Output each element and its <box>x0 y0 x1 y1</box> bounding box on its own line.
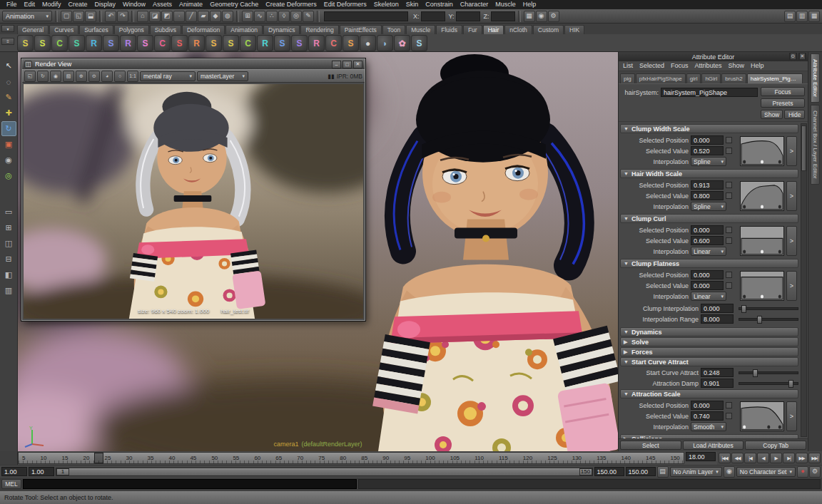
hair-shelf-tool-icon[interactable]: C <box>325 35 342 51</box>
menu-item[interactable]: Geometry Cache <box>206 0 262 9</box>
menu-item[interactable]: Edit <box>21 0 39 9</box>
select-face-mask-icon[interactable]: ▰ <box>198 11 209 22</box>
menu-item[interactable]: Character <box>457 0 492 9</box>
ae-node-tab[interactable]: hGirl <box>701 73 721 83</box>
interpolation-dropdown[interactable]: Linear ▾ <box>691 292 726 301</box>
save-scene-icon[interactable]: ⬓ <box>85 11 96 22</box>
pin-tab-icon[interactable]: ⊙ <box>789 53 797 60</box>
presets-button[interactable]: Presets <box>761 98 805 108</box>
selected-value-field[interactable]: 0.520 <box>691 146 724 155</box>
menu-item[interactable]: File <box>3 0 21 9</box>
toolbox-toggle-icon[interactable]: ▤ <box>784 11 796 22</box>
menu-set-dropdown[interactable]: Animation ▾ <box>2 11 52 21</box>
maximize-button[interactable]: □ <box>342 61 352 68</box>
ipr-render-icon[interactable]: ◉ <box>536 11 547 22</box>
anim-layer-menu-icon[interactable]: ▤ <box>657 466 669 478</box>
ae-menu-item[interactable]: Selected <box>639 61 664 71</box>
render-current-frame-icon[interactable]: ▦ <box>524 11 535 22</box>
hair-shelf-tool-icon[interactable]: S <box>17 35 34 51</box>
slider-handle[interactable] <box>757 316 762 324</box>
one-to-one-icon[interactable]: 1:1 <box>127 71 138 82</box>
snap-to-curve-icon[interactable]: ∿ <box>254 11 265 22</box>
display-alpha-icon[interactable]: ○ <box>114 71 126 82</box>
ae-bottom-button[interactable]: Copy Tab <box>745 441 806 450</box>
ae-menu-item[interactable]: List <box>623 61 633 71</box>
shelf-tab[interactable]: HIK <box>564 25 584 34</box>
minimize-button[interactable]: – <box>332 61 341 68</box>
ramp-map-button[interactable] <box>726 148 732 154</box>
menu-item[interactable]: Skeleton <box>370 0 402 9</box>
slider-handle[interactable] <box>788 380 793 388</box>
select-by-component-icon[interactable]: ◩ <box>161 11 173 22</box>
step-back-frame-button[interactable]: ◀◀ <box>731 453 744 463</box>
hair-shelf-tool-icon[interactable]: R <box>86 35 102 51</box>
interpolation-dropdown[interactable]: Smooth ▾ <box>691 422 726 431</box>
close-panel-icon[interactable]: ✕ <box>798 53 806 60</box>
mute-anim-layer-icon[interactable]: ◉ <box>724 466 735 478</box>
rotate-tool-icon[interactable]: ↻ <box>1 121 16 136</box>
selected-value-field[interactable]: 0.000 <box>691 281 724 290</box>
select-rendering-mask-icon[interactable]: ◍ <box>222 11 233 22</box>
range-start-field[interactable]: 1.00 <box>1 467 27 476</box>
ramp-map-button[interactable] <box>726 237 732 244</box>
redo-previous-render-icon[interactable]: ↻ <box>37 71 49 82</box>
section-header[interactable]: ▼ Hair Width Scale <box>620 169 798 178</box>
menu-item[interactable]: Help <box>519 0 540 9</box>
ae-menu-item[interactable]: Attributes <box>695 61 722 71</box>
interpolation-dropdown[interactable]: Spline ▾ <box>691 202 726 211</box>
section-header-start-curve-attract[interactable]: ▼ Start Curve Attract <box>620 357 798 366</box>
new-scene-icon[interactable]: ▢ <box>61 11 72 22</box>
ramp-expand-button[interactable]: > <box>786 136 797 166</box>
ramp-map-button[interactable] <box>726 413 732 419</box>
interpolation-dropdown[interactable]: Linear ▾ <box>691 247 726 256</box>
select-by-object-icon[interactable]: ◪ <box>149 11 161 22</box>
current-frame-field[interactable]: 18.00 <box>686 452 716 461</box>
attribute-value-field[interactable]: 0.901 <box>701 379 734 388</box>
attribute-value-field[interactable]: 0.248 <box>701 368 734 377</box>
shelf-tab[interactable]: Polygons <box>114 25 149 34</box>
hair-shelf-tool-icon[interactable]: S <box>342 35 359 51</box>
section-header-collapsed[interactable]: ▶ Solve <box>620 337 798 346</box>
slider-handle[interactable] <box>741 305 746 313</box>
open-scene-icon[interactable]: ◱ <box>73 11 84 22</box>
render-view-titlebar[interactable]: ◫ Render View –□✕ <box>22 59 365 69</box>
ramp-curve-widget[interactable] <box>740 271 784 301</box>
hair-shelf-tool-icon[interactable]: R <box>257 35 273 51</box>
animation-preferences-icon[interactable]: ⚙ <box>809 466 821 478</box>
status-line-separator[interactable] <box>518 11 521 22</box>
two-pane-stacked-layout-icon[interactable]: ⊟ <box>1 252 16 267</box>
selected-position-field[interactable]: 0.913 <box>691 180 724 190</box>
section-header-dynamics[interactable]: ▼ Dynamics <box>620 327 798 336</box>
step-forward-key-button[interactable]: ▶| <box>783 453 795 463</box>
rendered-image[interactable]: size: 960 x 540 zoom: 1.000 hair_test.ti… <box>24 84 363 319</box>
redo-icon[interactable]: ↷ <box>117 11 128 22</box>
hair-shelf-tool-icon[interactable]: R <box>120 35 136 51</box>
three-pane-layout-icon[interactable]: ◧ <box>1 267 16 282</box>
status-line-separator[interactable] <box>236 11 239 22</box>
command-input[interactable] <box>23 479 357 489</box>
range-end-field[interactable]: 150.00 <box>594 467 624 476</box>
ramp-curve-widget[interactable] <box>740 226 784 256</box>
ramp-expand-button[interactable]: > <box>786 181 797 211</box>
hide-button[interactable]: Hide <box>784 110 805 119</box>
hair-shelf-tool-icon[interactable]: C <box>154 35 171 51</box>
four-pane-layout-icon[interactable]: ⊞ <box>1 220 16 235</box>
ae-node-tab[interactable]: pig <box>620 73 635 83</box>
status-line-separator[interactable] <box>131 11 134 22</box>
hair-shelf-tool-icon[interactable]: S <box>411 35 427 51</box>
status-line-separator[interactable] <box>55 11 58 22</box>
shelf-menu-icon[interactable]: ≡ <box>1 38 14 45</box>
hair-shelf-tool-icon[interactable]: R <box>188 35 205 51</box>
selected-position-field[interactable]: 0.000 <box>691 270 724 279</box>
node-name-field[interactable]: hairSystem_PigShape <box>661 88 758 97</box>
select-line-mask-icon[interactable]: ╱ <box>186 11 197 22</box>
axis-input[interactable] <box>421 11 445 21</box>
snapshot-icon[interactable]: ▧ <box>63 71 74 82</box>
shelf-tab[interactable]: Custom <box>533 25 564 34</box>
lasso-tool-icon[interactable]: ◌ <box>1 74 16 89</box>
shelf-tab[interactable]: Fluids <box>436 25 462 34</box>
hair-shelf-tool-icon[interactable]: S <box>137 35 153 51</box>
hair-shelf-tool-icon[interactable]: ✿ <box>394 35 410 51</box>
shelf-tab[interactable]: Fur <box>463 25 482 34</box>
select-tool-icon[interactable]: ↖ <box>1 58 16 73</box>
